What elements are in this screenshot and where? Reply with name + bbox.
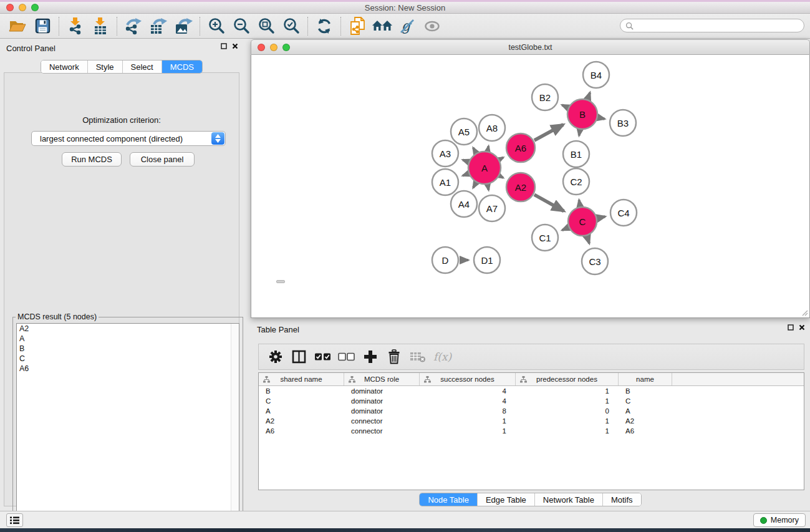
tab-network[interactable]: Network (41, 60, 87, 73)
show-columns-button[interactable] (289, 346, 309, 367)
network-canvas-area[interactable]: B4B2BB3A5A8A6A3AB1A1A2C2A4A7CC4C1C3DD1 (251, 55, 810, 318)
graph-node-B3[interactable]: B3 (610, 110, 636, 136)
table-cell[interactable]: dominator (344, 397, 420, 405)
graph-node-A6[interactable]: A6 (506, 133, 535, 162)
table-cell[interactable]: A2 (619, 417, 672, 425)
zoom-out-button[interactable] (229, 16, 254, 37)
float-panel-icon[interactable] (788, 324, 794, 331)
graph-edge-A-A8[interactable] (488, 146, 488, 150)
table-cell[interactable]: C (619, 397, 672, 405)
graph-node-B4[interactable]: B4 (583, 62, 609, 88)
table-tab-motifs[interactable]: Motifs (602, 493, 641, 506)
table-cell[interactable]: 1 (516, 417, 619, 425)
open-file-button[interactable] (5, 16, 30, 37)
graph-node-C2[interactable]: C2 (563, 168, 589, 195)
graph-node-B2[interactable]: B2 (532, 84, 558, 110)
zoom-in-button[interactable] (204, 16, 229, 37)
graph-edge-B-B4[interactable] (588, 92, 591, 99)
table-cell[interactable]: A6 (259, 427, 344, 435)
mcds-result-item[interactable]: A2 (17, 324, 239, 334)
table-cell[interactable]: 1 (516, 387, 619, 395)
table-cell[interactable]: 8 (420, 407, 516, 415)
save-session-button[interactable] (30, 16, 55, 37)
close-window-button[interactable] (6, 4, 14, 11)
column-header-shared-name[interactable]: shared name (259, 373, 344, 385)
graph-node-C4[interactable]: C4 (610, 200, 637, 226)
graph-edge-C-C2[interactable] (579, 200, 581, 206)
mcds-result-item[interactable]: C (17, 354, 239, 364)
export-network-button[interactable] (121, 16, 146, 37)
result-scrollbar[interactable] (231, 324, 239, 525)
refresh-button[interactable] (312, 16, 337, 37)
graph-edge-A-A3[interactable] (463, 160, 468, 162)
table-cell[interactable]: 4 (420, 387, 516, 395)
eye-button[interactable] (420, 16, 445, 37)
network-minimize-button[interactable] (270, 44, 277, 51)
import-table-button[interactable] (88, 16, 113, 37)
table-cell[interactable]: B (259, 387, 344, 395)
run-mcds-button[interactable]: Run MCDS (62, 152, 122, 167)
graph-node-D1[interactable]: D1 (474, 247, 500, 273)
graph-node-A2[interactable]: A2 (506, 173, 535, 201)
table-cell[interactable]: connector (344, 427, 420, 435)
tab-select[interactable]: Select (122, 60, 162, 73)
table-row[interactable]: Adominator80A (259, 406, 804, 416)
graph-node-A4[interactable]: A4 (451, 191, 477, 217)
graph-node-A7[interactable]: A7 (479, 195, 505, 221)
table-tab-node-table[interactable]: Node Table (420, 493, 477, 506)
graph-node-C3[interactable]: C3 (582, 248, 608, 274)
table-row[interactable]: A2connector11A2 (259, 416, 804, 426)
close-panel-icon[interactable] (232, 43, 238, 49)
memory-button[interactable]: Memory (753, 513, 806, 527)
graph-node-C1[interactable]: C1 (532, 225, 558, 251)
table-cell[interactable]: 1 (516, 427, 619, 435)
table-cell[interactable]: A (619, 407, 672, 415)
tab-mcds[interactable]: MCDS (162, 60, 202, 73)
graph-edge-A6-B[interactable] (534, 125, 563, 140)
network-overview-button[interactable] (345, 16, 370, 37)
graph-edge-A-A7[interactable] (488, 185, 488, 190)
table-cell[interactable]: 0 (516, 407, 619, 415)
graphics-details-button[interactable]: g (395, 16, 420, 37)
mcds-result-item[interactable]: B (17, 344, 239, 354)
table-cell[interactable]: dominator (344, 387, 420, 395)
graph-edge-A-A5[interactable] (473, 148, 476, 153)
window-resize-grip[interactable] (801, 309, 808, 316)
table-cell[interactable]: C (259, 397, 344, 405)
toolbar-search[interactable] (620, 19, 804, 32)
graph-node-A5[interactable]: A5 (451, 118, 477, 145)
table-cell[interactable]: connector (344, 417, 420, 425)
table-row[interactable]: A6connector11A6 (259, 426, 804, 436)
graph-edge-B-B2[interactable] (562, 105, 567, 107)
graph-node-D[interactable]: D (432, 247, 458, 273)
table-tab-network-table[interactable]: Network Table (534, 493, 602, 506)
graph-edge-A-A2[interactable] (500, 176, 503, 178)
table-cell[interactable]: A2 (259, 417, 344, 425)
table-settings-button[interactable] (265, 346, 286, 367)
close-panel-button[interactable]: Close panel (130, 152, 195, 167)
graph-node-A1[interactable]: A1 (432, 169, 458, 195)
import-network-button[interactable] (63, 16, 88, 37)
node-table[interactable]: shared nameMCDS rolesuccessor nodesprede… (258, 372, 804, 490)
minimize-window-button[interactable] (19, 4, 26, 11)
table-cell[interactable]: 1 (420, 417, 516, 425)
table-cell[interactable]: A (259, 407, 344, 415)
select-all-button[interactable] (312, 346, 333, 367)
column-header-name[interactable]: name (619, 373, 672, 385)
table-cell[interactable]: 1 (516, 397, 619, 405)
table-cell[interactable]: A6 (619, 427, 672, 435)
export-image-button[interactable] (171, 16, 196, 37)
task-history-button[interactable] (6, 513, 23, 527)
column-header-predecessor-nodes[interactable]: predecessor nodes (516, 373, 619, 385)
table-tab-edge-table[interactable]: Edge Table (477, 493, 534, 506)
column-header-successor-nodes[interactable]: successor nodes (420, 373, 516, 385)
graph-edge-B-B3[interactable] (598, 117, 604, 118)
splitter-handle[interactable] (276, 280, 285, 283)
float-panel-icon[interactable] (221, 43, 227, 49)
graph-edge-C-C4[interactable] (597, 216, 605, 218)
session-home-button[interactable] (370, 16, 395, 37)
mcds-result-item[interactable]: A6 (17, 364, 239, 374)
graph-node-A3[interactable]: A3 (432, 140, 458, 167)
graph-edge-A-A4[interactable] (473, 183, 476, 188)
graph-node-B[interactable]: B (567, 99, 597, 129)
